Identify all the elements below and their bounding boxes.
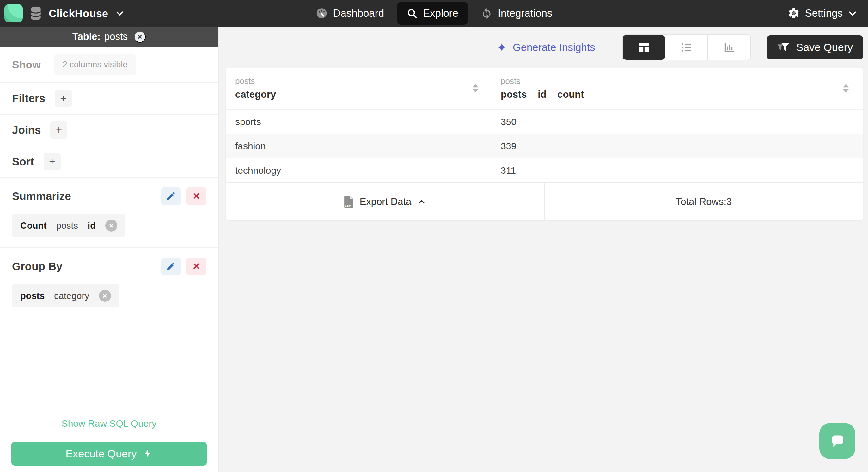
lightning-bolt-icon	[143, 449, 152, 459]
sparkle-icon: ✦	[496, 41, 507, 54]
plus-icon: +	[56, 124, 62, 136]
close-icon: ✕	[109, 222, 114, 229]
query-builder-sidebar: Table: posts ✕ Show 2 columns visible Fi…	[0, 27, 219, 472]
nav-integrations-label: Integrations	[498, 7, 552, 19]
csv-file-icon: csv	[343, 196, 354, 208]
column-header-category: posts category	[235, 68, 501, 109]
chat-bubble-icon	[828, 431, 847, 451]
chevron-up-icon	[417, 197, 426, 207]
gear-icon	[787, 7, 800, 20]
add-filter-button[interactable]: +	[55, 90, 72, 107]
pencil-icon	[166, 261, 176, 271]
top-navbar: ClickHouse Dashboard Explore Integration…	[0, 0, 868, 27]
close-icon: ✕	[137, 33, 143, 40]
chip-aggregate: Count	[20, 220, 47, 231]
sync-icon	[481, 8, 493, 19]
joins-label: Joins	[12, 124, 41, 136]
csv-icon-label: csv	[345, 203, 351, 207]
cell-count: 311	[501, 165, 863, 176]
summarize-section: Summarize ✕ Count posts id ✕	[0, 178, 218, 248]
nav-explore[interactable]: Explore	[397, 2, 468, 25]
list-view-icon	[679, 40, 693, 54]
joins-section: Joins +	[0, 115, 218, 146]
show-label: Show	[12, 59, 41, 71]
plus-icon: +	[49, 156, 55, 168]
main-nav: Dashboard Explore Integrations	[316, 0, 553, 27]
chip-table: posts	[20, 291, 44, 301]
remove-table-button[interactable]: ✕	[134, 31, 146, 43]
execute-query-button[interactable]: Execute Query	[11, 442, 207, 466]
table-footer: csv Export Data Total Rows:3	[226, 182, 863, 220]
generate-insights-link[interactable]: ✦ Generate Insights	[496, 41, 595, 54]
export-data-label: Export Data	[360, 196, 411, 208]
database-name: ClickHouse	[49, 7, 108, 20]
dashboard-gauge-icon	[316, 7, 328, 19]
remove-summarize-chip-button[interactable]: ✕	[105, 219, 117, 232]
settings-menu[interactable]: Settings	[787, 7, 868, 20]
nav-dashboard-label: Dashboard	[333, 7, 384, 19]
column-name-label: posts__id__count	[501, 89, 584, 100]
funnel-icon	[777, 41, 790, 54]
cell-category: sports	[235, 116, 501, 127]
nav-integrations[interactable]: Integrations	[481, 7, 552, 19]
sort-label: Sort	[12, 155, 34, 168]
remove-group-by-chip-button[interactable]: ✕	[99, 290, 111, 302]
save-query-label: Save Query	[796, 41, 853, 54]
x-icon: ✕	[192, 261, 200, 272]
database-selector[interactable]: ClickHouse	[0, 4, 125, 23]
filters-label: Filters	[12, 92, 45, 105]
view-mode-toggle	[622, 34, 751, 60]
group-by-section: Group By ✕ posts category ✕	[0, 248, 218, 318]
execute-query-label: Execute Query	[66, 448, 137, 460]
list-view-button[interactable]	[665, 35, 707, 60]
nav-dashboard[interactable]: Dashboard	[316, 7, 384, 19]
database-icon	[30, 6, 42, 20]
chevron-down-icon	[848, 8, 857, 18]
add-sort-button[interactable]: +	[43, 153, 61, 170]
edit-group-by-button[interactable]	[161, 258, 181, 275]
sort-toggle-icon[interactable]	[471, 83, 480, 94]
column-group-label: posts	[501, 76, 584, 86]
export-data-button[interactable]: csv Export Data	[226, 183, 544, 220]
column-group-label: posts	[235, 76, 276, 86]
table-row: fashion 339	[226, 134, 863, 158]
chat-widget-button[interactable]	[819, 423, 855, 459]
filters-section: Filters +	[0, 83, 218, 115]
sort-toggle-icon[interactable]	[841, 83, 850, 94]
columns-visible-badge[interactable]: 2 columns visible	[54, 54, 136, 75]
remove-group-by-button[interactable]: ✕	[186, 258, 206, 275]
selected-table-header: Table: posts ✕	[0, 27, 218, 47]
total-rows-indicator: Total Rows:3	[544, 183, 863, 220]
table-row: sports 350	[226, 109, 863, 134]
cell-count: 339	[501, 141, 863, 151]
show-raw-sql-link[interactable]: Show Raw SQL Query	[0, 418, 218, 429]
chart-view-button[interactable]	[707, 35, 750, 60]
results-toolbar: ✦ Generate Insights Save Query	[219, 27, 868, 68]
table-view-icon	[637, 40, 651, 54]
chevron-down-icon	[115, 8, 125, 18]
table-name: posts	[104, 31, 128, 42]
nav-explore-label: Explore	[423, 7, 458, 19]
table-label: Table:	[72, 31, 100, 42]
group-by-chip: posts category ✕	[12, 284, 119, 307]
cell-count: 350	[501, 116, 863, 127]
sort-section: Sort +	[0, 146, 218, 178]
edit-summarize-button[interactable]	[161, 187, 181, 205]
results-table-card: posts category posts posts__id__count sp…	[226, 68, 863, 220]
save-query-button[interactable]: Save Query	[767, 35, 863, 59]
table-row: technology 311	[226, 158, 863, 182]
cell-category: technology	[235, 165, 501, 176]
cell-category: fashion	[235, 141, 501, 151]
summarize-label: Summarize	[12, 190, 71, 203]
group-by-label: Group By	[12, 260, 62, 273]
search-icon	[407, 8, 417, 19]
table-header-row: posts category posts posts__id__count	[226, 68, 863, 109]
plus-icon: +	[60, 92, 66, 105]
show-section: Show 2 columns visible	[0, 47, 218, 83]
table-view-button[interactable]	[623, 35, 665, 60]
settings-label: Settings	[805, 7, 843, 19]
summarize-chip: Count posts id ✕	[12, 214, 125, 237]
sidebar-footer: Show Raw SQL Query Execute Query	[0, 418, 218, 466]
remove-summarize-button[interactable]: ✕	[186, 187, 206, 205]
add-join-button[interactable]: +	[50, 121, 67, 139]
